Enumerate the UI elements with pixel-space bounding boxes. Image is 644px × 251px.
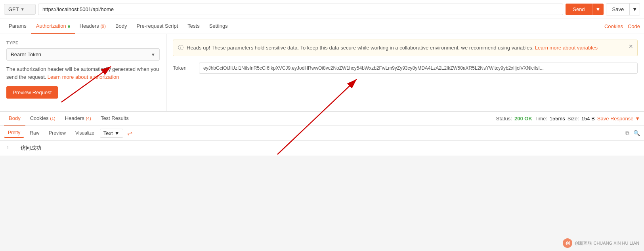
fmt-visualize-button[interactable]: Visualize [71,129,98,137]
rtab-test-results[interactable]: Test Results [96,112,134,126]
alert-banner: ⓘ Heads up! These parameters hold sensit… [173,40,638,56]
app-container: GET ▼ Send ▼ Save ▼ Params Authorization… [0,0,644,251]
alert-close-button[interactable]: ✕ [629,43,633,49]
token-input[interactable] [199,63,638,74]
size-value: 154 B [581,116,595,122]
method-select[interactable]: GET ▼ [4,4,36,15]
search-icon[interactable]: 🔍 [633,130,640,137]
code-link[interactable]: Code [628,23,640,29]
save-response-button[interactable]: Save Response ▼ [597,116,640,122]
auth-description: The authorization header will be automat… [6,65,160,81]
size-label: Size: [568,116,579,122]
request-tabs: Params Authorization Headers (9) Body Pr… [0,19,644,34]
main-content: TYPE Bearer Token ▼ The authorization he… [0,34,644,111]
code-content: 访问成功 [21,145,41,152]
fmt-raw-button[interactable]: Raw [26,129,43,137]
url-bar: GET ▼ Send ▼ Save ▼ [0,0,644,19]
alert-icon: ⓘ [178,44,183,51]
watermark: 创 创新互联 CHUANG XIN HU LIAN [563,238,639,248]
cookies-link[interactable]: Cookies [604,23,623,29]
type-select-value: Bearer Token [11,51,41,57]
learn-more-auth-link[interactable]: Learn more about authorization [48,74,119,80]
status-value: 200 OK [514,116,532,122]
tab-authorization[interactable]: Authorization [31,19,75,34]
send-dropdown-button[interactable]: ▼ [592,4,604,15]
token-row: Token [173,63,638,74]
send-button-group: Send ▼ [566,4,604,15]
tab-headers[interactable]: Headers (9) [75,19,111,34]
tab-prerequest[interactable]: Pre-request Script [132,19,183,34]
format-bar: Pretty Raw Preview Visualize Text ▼ ⇌ ⧉ … [0,126,644,141]
copy-icon[interactable]: ⧉ [625,130,629,137]
tab-tests[interactable]: Tests [183,19,204,34]
resp-headers-badge: (4) [86,116,91,121]
response-status-bar: Status: 200 OK Time: 155ms Size: 154 B S… [496,116,640,122]
preview-request-button[interactable]: Preview Request [6,86,58,99]
rtab-headers[interactable]: Headers (4) [60,112,96,126]
tab-body[interactable]: Body [111,19,132,34]
rtab-cookies[interactable]: Cookies (1) [25,112,60,126]
method-arrow-icon: ▼ [21,7,25,11]
format-select-arrow-icon: ▼ [115,130,120,136]
tab-params[interactable]: Params [4,19,31,34]
save-button[interactable]: Save [606,3,630,15]
token-label: Token [173,65,193,71]
fmt-pretty-button[interactable]: Pretty [4,128,24,138]
authorization-dot [68,25,70,28]
tab-settings[interactable]: Settings [204,19,233,34]
wrap-icon[interactable]: ⇌ [127,129,132,137]
save-dropdown-button[interactable]: ▼ [630,3,640,15]
time-label: Time: [535,116,547,122]
rtab-body[interactable]: Body [4,112,25,126]
tabs-right: Cookies Code [604,23,640,29]
watermark-icon: 创 [563,238,572,248]
save-button-group: Save ▼ [606,3,640,15]
line-number: 1 [6,145,14,152]
format-select-value: Text [103,130,113,136]
format-select[interactable]: Text ▼ [100,129,123,138]
type-select-arrow-icon: ▼ [151,52,155,57]
fmt-preview-button[interactable]: Preview [45,129,70,137]
response-section: Body Cookies (1) Headers (4) Test Result… [0,111,644,156]
learn-more-variables-link[interactable]: Learn more about variables [535,45,598,51]
watermark-text: 创新互联 CHUANG XIN HU LIAN [575,240,639,246]
format-right-icons: ⧉ 🔍 [625,130,640,137]
response-tabs: Body Cookies (1) Headers (4) Test Result… [0,112,644,126]
type-label: TYPE [6,40,160,45]
status-label: Status: [496,116,512,122]
method-value: GET [8,6,19,12]
code-area: 1 访问成功 [0,141,644,156]
auth-right-panel: ⓘ Heads up! These parameters hold sensit… [166,34,644,111]
alert-text: Heads up! These parameters hold sensitiv… [187,44,598,52]
send-button[interactable]: Send [566,4,592,15]
url-input[interactable] [38,4,563,15]
headers-badge: (9) [100,24,105,29]
time-value: 155ms [550,116,565,122]
auth-left-panel: TYPE Bearer Token ▼ The authorization he… [0,34,166,111]
cookies-badge: (1) [50,116,55,121]
type-select[interactable]: Bearer Token ▼ [6,48,160,61]
